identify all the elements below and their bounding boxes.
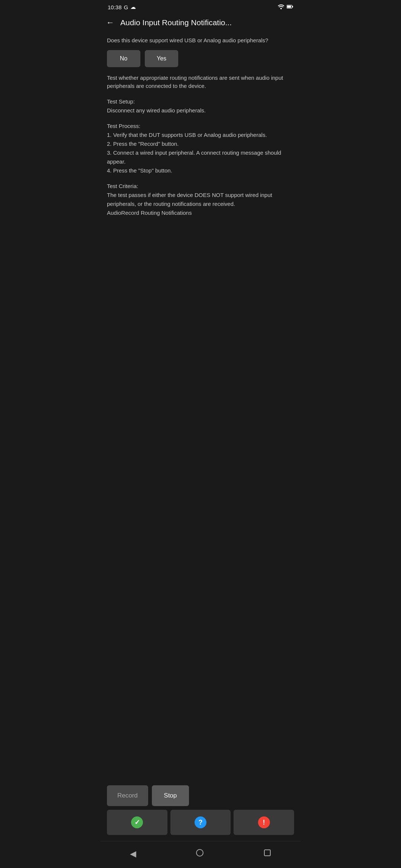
nav-bar: ◀ (100, 841, 301, 868)
battery-icon (287, 4, 293, 10)
pass-button[interactable]: ✓ (107, 810, 167, 835)
process-text: 1. Verify that the DUT supports USB or A… (107, 132, 281, 174)
status-time: 10:38 (108, 4, 122, 10)
nav-recent-icon (264, 849, 271, 859)
pass-icon: ✓ (131, 816, 143, 828)
info-button[interactable]: ? (170, 810, 231, 835)
status-left: 10:38 G ☁ (108, 4, 136, 10)
info-icon: ? (195, 816, 206, 828)
svg-rect-5 (264, 850, 270, 856)
process-section: Test Process: 1. Verify that the DUT sup… (107, 122, 294, 175)
no-button[interactable]: No (107, 50, 140, 67)
page-title: Audio Input Routing Notificatio... (120, 18, 295, 27)
process-title: Test Process: (107, 123, 140, 129)
toolbar: ← Audio Input Routing Notificatio... (100, 13, 301, 33)
result-buttons-row: ✓ ? ! (100, 810, 301, 841)
svg-rect-2 (292, 6, 293, 7)
nav-recent-button[interactable] (261, 847, 273, 861)
action-buttons-row: Record Stop (100, 779, 301, 810)
setup-section: Test Setup: Disconnect any wired audio p… (107, 97, 294, 115)
svg-point-0 (280, 8, 282, 9)
svg-point-4 (196, 849, 203, 856)
fail-button[interactable]: ! (234, 810, 294, 835)
status-bar: 10:38 G ☁ (100, 0, 301, 13)
nav-home-icon (196, 849, 204, 859)
google-icon: G (124, 4, 128, 10)
setup-text: Disconnect any wired audio peripherals. (107, 107, 206, 114)
svg-rect-3 (287, 6, 291, 8)
yn-buttons-row: No Yes (107, 50, 294, 67)
criteria-section: Test Criteria: The test passes if either… (107, 182, 294, 217)
yes-button[interactable]: Yes (145, 50, 178, 67)
stop-button[interactable]: Stop (152, 785, 189, 806)
fail-icon: ! (258, 816, 270, 828)
wifi-icon (278, 4, 284, 10)
criteria-text: The test passes if either the device DOE… (107, 192, 272, 216)
criteria-title: Test Criteria: (107, 183, 138, 189)
nav-back-icon: ◀ (130, 849, 136, 859)
description-text: Test whether appropriate routing notific… (107, 74, 294, 91)
nav-back-button[interactable]: ◀ (128, 847, 138, 861)
back-button[interactable]: ← (106, 18, 114, 27)
cloud-icon: ☁ (130, 4, 136, 10)
nav-home-button[interactable] (193, 846, 206, 861)
record-button[interactable]: Record (107, 785, 148, 806)
status-right (278, 4, 293, 10)
main-content: Does this device support wired USB or An… (100, 33, 301, 504)
question-text: Does this device support wired USB or An… (107, 36, 294, 45)
setup-title: Test Setup: (107, 98, 135, 105)
